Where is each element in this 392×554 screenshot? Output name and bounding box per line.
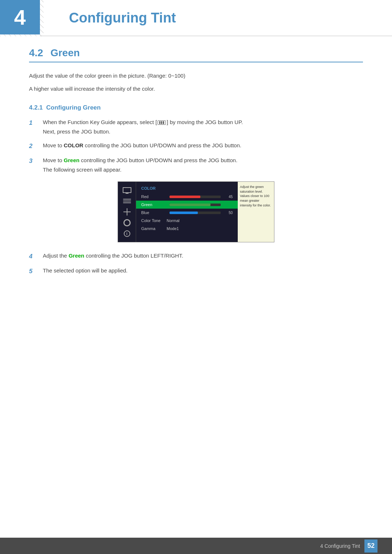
- menu-item-blue-bar-container: [170, 212, 221, 214]
- step-1-subtext: Next, press the JOG button.: [43, 127, 363, 136]
- menu-item-green-bar: [170, 204, 211, 206]
- menu-item-gamma: Gamma Mode1: [136, 225, 238, 233]
- crosshair-shape: [123, 208, 131, 216]
- step-3-subtext: The following screen will appear.: [43, 165, 363, 174]
- menu-item-red-value: 45: [224, 195, 233, 199]
- screen-menu-title: COLOR: [136, 185, 238, 193]
- chapter-header: 4 Configuring Tint: [0, 0, 392, 36]
- jog-bar-1: [159, 121, 160, 124]
- gear-shape: [123, 219, 131, 226]
- menu-item-color-tone-value: Normal: [167, 218, 179, 223]
- menu-item-blue: Blue 50: [136, 209, 238, 217]
- footer-page-number: 52: [364, 539, 377, 553]
- jog-icon: [158, 120, 166, 125]
- menu-item-green-bar-container: [170, 204, 221, 206]
- menu-item-red-bar-container: [170, 196, 221, 198]
- step-2-content: Move to COLOR controlling the JOG button…: [43, 141, 363, 150]
- steps-list: 1 When the Function Key Guide appears, s…: [29, 118, 363, 174]
- sidebar-info-icon: i: [122, 230, 132, 238]
- screen-tooltip: Adjust the green saturation level. Value…: [238, 182, 274, 242]
- footer-text: 4 Configuring Tint: [320, 543, 360, 549]
- step-4-bold: Green: [69, 253, 84, 259]
- menu-item-color-tone: Color Tone Normal: [136, 217, 238, 225]
- line-1: [123, 199, 131, 200]
- body-text-1: Adjust the value of the color green in t…: [29, 71, 363, 80]
- step-1: 1 When the Function Key Guide appears, s…: [29, 118, 363, 136]
- screen-sidebar: i: [118, 182, 136, 242]
- step-4-number: 4: [29, 251, 40, 261]
- menu-item-green-label: Green: [141, 202, 167, 207]
- sidebar-crosshair-icon: [122, 208, 132, 216]
- sidebar-monitor-icon: [122, 186, 132, 194]
- screen-menu: COLOR Red 45 Green: [136, 182, 238, 242]
- menu-item-blue-bar: [170, 212, 198, 214]
- step-5-number: 5: [29, 266, 40, 276]
- jog-icon-inner: [159, 121, 164, 124]
- section-number: 4.2: [29, 47, 43, 59]
- screen-mockup-container: i COLOR Red 45 Green: [29, 181, 363, 242]
- menu-item-red: Red 45: [136, 193, 238, 201]
- step-4: 4 Adjust the Green controlling the JOG b…: [29, 251, 363, 261]
- menu-item-gamma-label: Gamma: [141, 226, 167, 231]
- step-2: 2 Move to COLOR controlling the JOG butt…: [29, 141, 363, 151]
- chapter-number: 4: [14, 7, 26, 28]
- step-4-content: Adjust the Green controlling the JOG but…: [43, 251, 363, 260]
- chapter-title: Configuring Tint: [69, 10, 176, 26]
- line-3: [123, 202, 131, 203]
- menu-item-blue-label: Blue: [141, 210, 167, 215]
- sidebar-lines-icon: [122, 197, 132, 205]
- step-3: 3 Move to Green controlling the JOG butt…: [29, 156, 363, 174]
- page-content: 4.2 Green Adjust the value of the color …: [0, 36, 392, 311]
- step-3-bold: Green: [64, 157, 79, 163]
- step-2-number: 2: [29, 141, 40, 151]
- subsection-heading: 4.2.1 Configuring Green: [29, 104, 363, 111]
- jog-bar-2: [161, 121, 162, 124]
- menu-item-color-tone-label: Color Tone: [141, 218, 167, 223]
- menu-item-red-bar: [170, 196, 200, 198]
- lines-shape: [123, 198, 131, 204]
- line-2: [123, 201, 131, 201]
- section-heading: 4.2 Green: [29, 47, 363, 62]
- step-1-content: When the Function Key Guide appears, sel…: [43, 118, 363, 136]
- info-shape: i: [124, 230, 130, 237]
- body-text-2: A higher value will increase the intensi…: [29, 85, 363, 93]
- step-1-number: 1: [29, 118, 40, 128]
- step-5: 5 The selected option will be applied.: [29, 266, 363, 276]
- steps-list-2: 4 Adjust the Green controlling the JOG b…: [29, 251, 363, 276]
- jog-bar-3: [163, 121, 164, 124]
- menu-item-gamma-value: Mode1: [167, 226, 179, 231]
- page-footer: 4 Configuring Tint 52: [0, 538, 392, 554]
- sidebar-gear-icon: [122, 219, 132, 227]
- step-2-bold: COLOR: [64, 142, 83, 148]
- section-title: Green: [50, 47, 80, 59]
- subsection-number: 4.2.1: [29, 104, 43, 111]
- subsection-title: Configuring Green: [46, 104, 101, 111]
- screen-mockup: i COLOR Red 45 Green: [118, 181, 274, 242]
- step-3-number: 3: [29, 156, 40, 166]
- step-3-content: Move to Green controlling the JOG button…: [43, 156, 363, 174]
- chapter-number-block: 4: [0, 0, 40, 34]
- menu-item-blue-value: 50: [224, 211, 233, 215]
- step-5-content: The selected option will be applied.: [43, 266, 363, 275]
- menu-item-green: Green: [136, 201, 238, 209]
- monitor-shape: [123, 187, 131, 193]
- menu-item-red-label: Red: [141, 194, 167, 199]
